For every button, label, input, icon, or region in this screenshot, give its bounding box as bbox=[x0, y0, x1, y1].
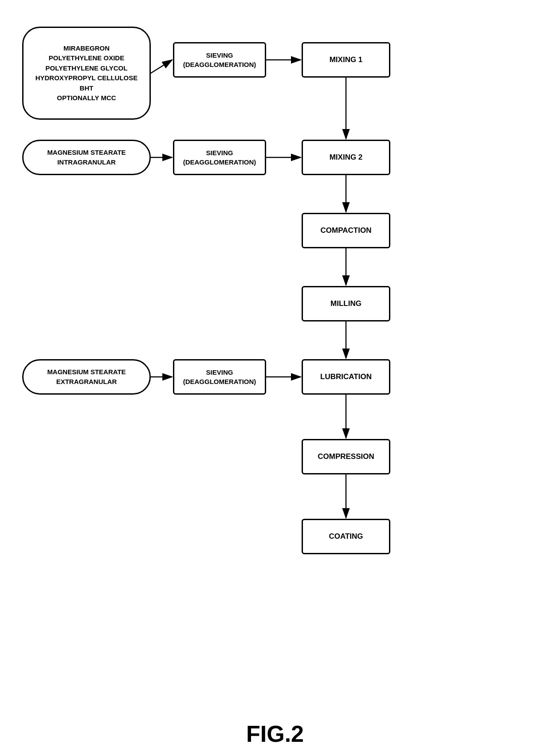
lubrication-box: LUBRICATION bbox=[302, 359, 390, 395]
sieving1-box: SIEVING (DEAGGLOMERATION) bbox=[173, 42, 266, 78]
ingredients-box: MIRABEGRON POLYETHYLENE OXIDE POLYETHYLE… bbox=[22, 27, 151, 120]
svg-line-1 bbox=[151, 60, 172, 73]
compaction-box: COMPACTION bbox=[302, 213, 390, 248]
milling-box: MILLING bbox=[302, 286, 390, 321]
sieving2-box: SIEVING (DEAGGLOMERATION) bbox=[173, 140, 266, 175]
mag-extra-box: MAGNESIUM STEARATE EXTRAGRANULAR bbox=[22, 359, 151, 395]
coating-box: COATING bbox=[302, 519, 390, 554]
mixing2-box: MIXING 2 bbox=[302, 140, 390, 175]
sieving3-box: SIEVING (DEAGGLOMERATION) bbox=[173, 359, 266, 395]
compression-box: COMPRESSION bbox=[302, 439, 390, 474]
diagram-container: MIRABEGRON POLYETHYLENE OXIDE POLYETHYLE… bbox=[13, 13, 537, 721]
mixing1-box: MIXING 1 bbox=[302, 42, 390, 78]
mag-intra-box: MAGNESIUM STEARATE INTRAGRANULAR bbox=[22, 140, 151, 175]
figure-label: FIG.2 bbox=[246, 721, 304, 747]
